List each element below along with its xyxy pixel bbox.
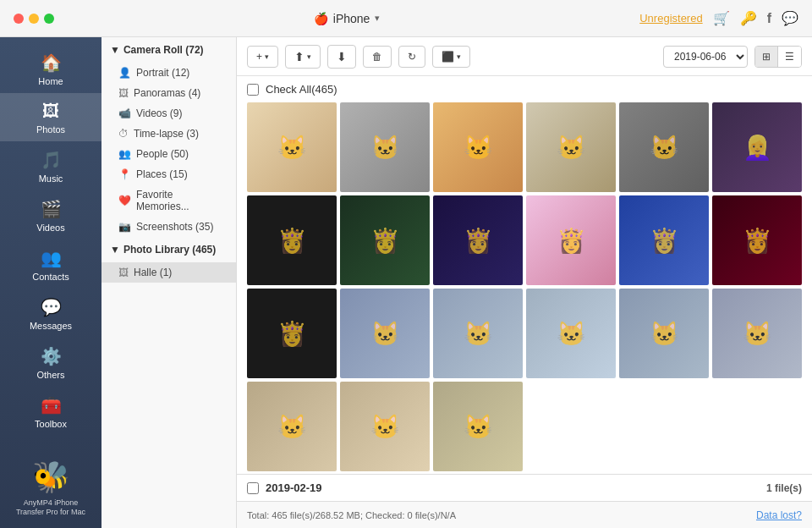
photo-thumb[interactable]: 🐱 bbox=[433, 382, 523, 471]
import-button[interactable]: ⬇ bbox=[327, 45, 356, 69]
minimize-button[interactable] bbox=[29, 14, 39, 24]
photo-inner: 🐱 bbox=[712, 289, 802, 378]
sidebar-item-videos[interactable]: 🎬 Videos bbox=[0, 190, 102, 239]
sidebar-item-contacts[interactable]: 👥 Contacts bbox=[0, 239, 102, 289]
traffic-lights bbox=[14, 14, 54, 24]
places-icon: 📍 bbox=[118, 168, 131, 180]
check-all-checkbox[interactable] bbox=[247, 84, 259, 96]
device-chevron-icon: ▾ bbox=[375, 13, 380, 24]
photo-thumb[interactable]: 🐱 bbox=[433, 289, 523, 378]
photo-thumb[interactable]: 👱‍♀️ bbox=[712, 102, 802, 192]
file-item-panoramas[interactable]: 🖼 Panoramas (4) bbox=[102, 83, 236, 103]
sidebar-item-label-contacts: Contacts bbox=[32, 272, 69, 282]
maximize-button[interactable] bbox=[44, 14, 54, 24]
sidebar-item-home[interactable]: 🏠 Home bbox=[0, 44, 102, 93]
photo-thumb[interactable]: 👸 bbox=[712, 195, 802, 285]
camera-roll-header[interactable]: ▼ Camera Roll (72) bbox=[102, 37, 236, 63]
sidebar-item-label-photos: Photos bbox=[36, 124, 65, 135]
photo-inner: 👸 bbox=[340, 195, 430, 285]
toolbox-icon: 🧰 bbox=[41, 395, 62, 415]
photo-inner: 🐱 bbox=[619, 102, 709, 192]
grid-view-button[interactable]: ⊞ bbox=[755, 47, 777, 67]
main-layout: 🏠 Home 🖼 Photos 🎵 Music 🎬 Videos 👥 Conta… bbox=[0, 37, 812, 528]
date-picker[interactable]: 2019-06-06 bbox=[663, 46, 748, 68]
delete-button[interactable]: 🗑 bbox=[363, 46, 392, 68]
photo-thumb[interactable]: 👸 bbox=[526, 195, 616, 285]
refresh-icon: ↻ bbox=[408, 51, 416, 63]
panoramas-label: Panoramas (4) bbox=[134, 87, 200, 99]
contacts-icon: 👥 bbox=[41, 248, 62, 268]
photo-thumb[interactable]: 🐱 bbox=[247, 382, 337, 471]
screenshots-label: Screenshots (35) bbox=[136, 221, 213, 233]
cart-icon[interactable]: 🛒 bbox=[713, 10, 730, 26]
data-lost-link[interactable]: Data lost? bbox=[756, 509, 802, 521]
message-icon[interactable]: 💬 bbox=[782, 10, 798, 26]
refresh-button[interactable]: ↻ bbox=[398, 46, 425, 68]
photo-thumb[interactable]: 👸 bbox=[433, 195, 523, 285]
photo-thumb[interactable]: 👸 bbox=[619, 195, 709, 285]
title-bar-right: Unregistered 🛒 🔑 f 💬 bbox=[639, 10, 798, 26]
photo-library-header[interactable]: ▼ Photo Library (465) bbox=[102, 237, 236, 262]
close-button[interactable] bbox=[14, 14, 24, 24]
export-icon: ⬆ bbox=[294, 50, 304, 63]
photo-inner: 🐱 bbox=[340, 289, 430, 378]
photo-thumb[interactable]: 🐱 bbox=[433, 102, 523, 192]
photo-inner: 🐱 bbox=[526, 102, 616, 192]
import-icon: ⬇ bbox=[337, 50, 347, 63]
add-button[interactable]: + ▾ bbox=[247, 46, 278, 68]
file-item-places[interactable]: 📍 Places (15) bbox=[102, 164, 236, 184]
file-item-videos[interactable]: 📹 Videos (9) bbox=[102, 103, 236, 124]
photo-thumb[interactable]: 🐱 bbox=[526, 289, 616, 378]
file-item-timelapse[interactable]: ⏱ Time-lapse (3) bbox=[102, 124, 236, 144]
sidebar-item-label-music: Music bbox=[39, 173, 63, 184]
music-icon: 🎵 bbox=[41, 150, 62, 170]
file-item-halle[interactable]: 🖼 Halle (1) bbox=[102, 262, 236, 283]
title-bar: 🍎 iPhone ▾ Unregistered 🛒 🔑 f 💬 bbox=[0, 0, 812, 37]
photo-inner: 👸 bbox=[247, 195, 337, 285]
export-button[interactable]: ⬆ ▾ bbox=[285, 45, 321, 69]
photo-thumb[interactable]: 🐱 bbox=[340, 289, 430, 378]
photos-icon: 🖼 bbox=[42, 102, 59, 121]
portrait-label: Portrait (12) bbox=[136, 67, 189, 79]
photo-inner: 🐱 bbox=[433, 289, 523, 378]
timelapse-label: Time-lapse (3) bbox=[134, 128, 199, 140]
apple-icon: 🍎 bbox=[314, 12, 328, 25]
file-item-portrait[interactable]: 👤 Portrait (12) bbox=[102, 63, 236, 83]
photo-thumb[interactable]: 🐱 bbox=[619, 102, 709, 192]
photo-thumb[interactable]: 👸 bbox=[247, 195, 337, 285]
sidebar-item-others[interactable]: ⚙️ Others bbox=[0, 338, 102, 387]
sidebar-item-toolbox[interactable]: 🧰 Toolbox bbox=[0, 387, 102, 436]
more-icon: ⬛ bbox=[442, 51, 454, 63]
sidebar-item-label-others: Others bbox=[36, 370, 64, 380]
screenshots-icon: 📷 bbox=[118, 221, 131, 233]
halle-label: Halle (1) bbox=[134, 267, 172, 278]
facebook-icon[interactable]: f bbox=[767, 11, 771, 26]
home-icon: 🏠 bbox=[41, 52, 62, 73]
sidebar-item-messages[interactable]: 💬 Messages bbox=[0, 289, 102, 338]
photo-thumb[interactable]: 🐱 bbox=[526, 102, 616, 192]
date-checkbox[interactable] bbox=[247, 482, 259, 494]
sidebar-item-music[interactable]: 🎵 Music bbox=[0, 141, 102, 190]
photo-thumb[interactable]: 🐱 bbox=[247, 102, 337, 192]
photo-thumb[interactable]: 🐱 bbox=[619, 289, 709, 378]
photo-thumb[interactable]: 👸 bbox=[340, 195, 430, 285]
video-icon: 🎬 bbox=[41, 199, 62, 219]
photo-thumb[interactable]: 🐱 bbox=[340, 382, 430, 471]
photo-thumb[interactable]: 👸 bbox=[247, 289, 337, 378]
sidebar-item-photos[interactable]: 🖼 Photos bbox=[0, 93, 102, 141]
others-icon: ⚙️ bbox=[41, 346, 62, 366]
photo-inner: 🐱 bbox=[340, 382, 430, 471]
file-item-screenshots[interactable]: 📷 Screenshots (35) bbox=[102, 217, 236, 237]
photo-row-2: 👸 👸 👸 👸 👸 👸 bbox=[247, 195, 802, 285]
people-icon: 👥 bbox=[118, 148, 131, 160]
file-item-people[interactable]: 👥 People (50) bbox=[102, 144, 236, 164]
unregistered-link[interactable]: Unregistered bbox=[639, 12, 702, 25]
photo-thumb[interactable]: 🐱 bbox=[340, 102, 430, 192]
more-button[interactable]: ⬛ ▾ bbox=[432, 46, 470, 68]
photo-inner: 🐱 bbox=[433, 102, 523, 192]
list-view-button[interactable]: ☰ bbox=[777, 47, 801, 67]
photo-thumb[interactable]: 🐱 bbox=[712, 289, 802, 378]
key-icon[interactable]: 🔑 bbox=[740, 10, 757, 26]
file-item-favorites[interactable]: ❤️ Favorite Memories... bbox=[102, 184, 236, 217]
status-text: Total: 465 file(s)/268.52 MB; Checked: 0… bbox=[247, 510, 456, 520]
